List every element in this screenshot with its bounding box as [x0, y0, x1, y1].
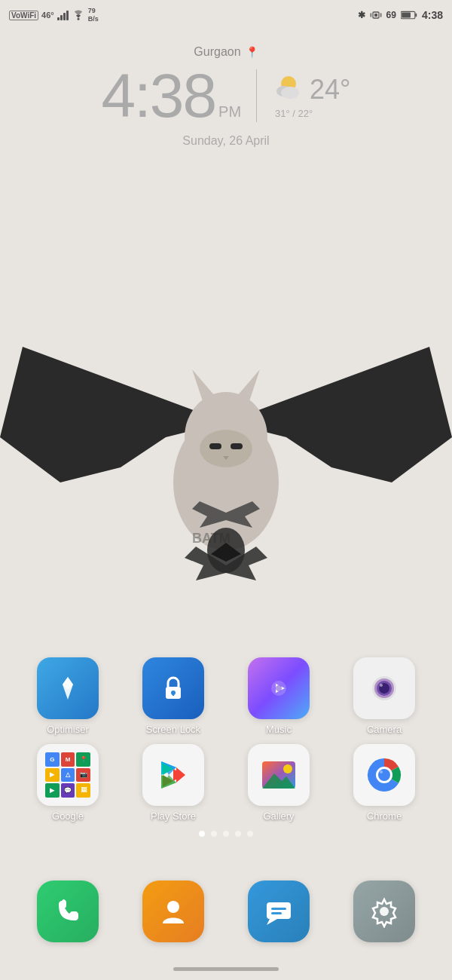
temperature: 24° — [310, 74, 350, 106]
dock-settings[interactable] — [343, 880, 426, 942]
camera-icon — [353, 657, 415, 719]
screenlock-icon — [142, 657, 204, 719]
app-screenlock[interactable]: Screen Lock — [132, 657, 215, 735]
gallery-label: Gallery — [263, 810, 294, 822]
svg-rect-42 — [271, 912, 282, 914]
messages-icon — [248, 880, 310, 942]
page-dot-5 — [247, 831, 253, 837]
app-row-2: G M 📍 ▶ △ 📷 ▶ 💬 🖼 Google — [0, 744, 452, 822]
volte-indicator: VoWiFi — [9, 11, 38, 20]
svg-rect-39 — [267, 902, 291, 919]
signal-bars — [57, 10, 69, 20]
time-block: 4:38 PM — [101, 65, 241, 127]
music-label: Music — [266, 724, 292, 735]
app-playstore[interactable]: Play Store — [132, 744, 215, 822]
dock-phone[interactable] — [26, 880, 109, 942]
music-icon — [248, 657, 310, 719]
svg-point-38 — [167, 901, 179, 913]
playstore-icon — [142, 744, 204, 806]
phone-icon — [37, 880, 99, 942]
optimiser-label: Optimiser — [47, 724, 89, 735]
clock-time: 4:38 — [101, 65, 215, 127]
camera-label: Camera — [367, 724, 402, 735]
playstore-label: Play Store — [151, 810, 196, 822]
chrome-icon — [353, 744, 415, 806]
svg-point-37 — [380, 770, 383, 773]
svg-point-36 — [378, 769, 390, 781]
svg-point-43 — [380, 907, 389, 916]
bluetooth-icon: ✱ — [358, 10, 365, 20]
page-dot-1 — [199, 831, 205, 837]
app-music[interactable]: Music — [237, 657, 320, 735]
network-speed: 79B/s — [88, 7, 99, 23]
svg-point-33 — [283, 764, 292, 773]
page-indicators — [0, 831, 452, 837]
svg-rect-3 — [370, 13, 371, 17]
vibrate-icon — [370, 10, 382, 20]
weather-section: 24° 31° / 22° — [272, 73, 350, 119]
svg-point-15 — [200, 430, 252, 467]
batman-svg: BATM — [0, 286, 452, 603]
status-right: ✱ 69 4:38 — [358, 9, 443, 21]
location-pin-icon: 📍 — [246, 46, 258, 58]
app-row-1: Optimiser Screen Lock — [0, 657, 452, 735]
app-grid: Optimiser Screen Lock — [0, 657, 452, 852]
svg-rect-2 — [374, 14, 377, 17]
location: Gurgaon 📍 — [0, 45, 452, 59]
home-bar[interactable] — [173, 967, 279, 971]
weather-icon — [272, 73, 304, 106]
svg-rect-17 — [231, 443, 243, 449]
clock-section: Gurgaon 📍 4:38 PM 24° 31° / 22° Sunday, — [0, 30, 452, 148]
svg-point-0 — [77, 18, 79, 20]
app-chrome[interactable]: Chrome — [343, 744, 426, 822]
contacts-icon — [142, 880, 204, 942]
temp-range: 31° / 22° — [275, 108, 313, 119]
svg-rect-4 — [380, 13, 381, 17]
svg-rect-16 — [209, 443, 221, 449]
gallery-icon — [248, 744, 310, 806]
app-gallery[interactable]: Gallery — [237, 744, 320, 822]
weather-top: 24° — [272, 73, 350, 106]
batman-wallpaper: BATM — [0, 286, 452, 603]
screenlock-label: Screen Lock — [146, 724, 200, 735]
time-weather-row: 4:38 PM 24° 31° / 22° — [0, 65, 452, 127]
svg-point-30 — [380, 684, 383, 687]
battery-icon — [401, 11, 417, 20]
svg-point-25 — [276, 685, 282, 691]
google-icon: G M 📍 ▶ △ 📷 ▶ 💬 🖼 — [37, 744, 99, 806]
svg-rect-41 — [271, 908, 286, 910]
time-weather-divider — [256, 69, 257, 122]
chrome-label: Chrome — [367, 810, 402, 822]
app-optimiser[interactable]: Optimiser — [26, 657, 109, 735]
battery-level: 69 — [386, 10, 396, 20]
dock — [0, 880, 452, 942]
status-bar: VoWiFi 46° 79B/s ✱ 69 4:38 — [0, 0, 452, 30]
optimiser-icon — [37, 657, 99, 719]
wifi-icon — [72, 10, 85, 20]
page-dot-2 — [211, 831, 217, 837]
time-period: PM — [218, 103, 241, 121]
google-label: Google — [52, 810, 84, 822]
svg-rect-6 — [415, 14, 417, 17]
svg-rect-7 — [402, 12, 411, 17]
google-apps-grid: G M 📍 ▶ △ 📷 ▶ 💬 🖼 — [45, 752, 90, 798]
status-left: VoWiFi 46° 79B/s — [9, 7, 99, 23]
svg-point-10 — [281, 87, 299, 99]
app-camera[interactable]: Camera — [343, 657, 426, 735]
app-google[interactable]: G M 📍 ▶ △ 📷 ▶ 💬 🖼 Google — [26, 744, 109, 822]
status-time: 4:38 — [422, 9, 443, 21]
dock-messages[interactable] — [237, 880, 320, 942]
settings-icon — [353, 880, 415, 942]
svg-marker-40 — [267, 919, 277, 925]
svg-rect-23 — [173, 693, 174, 696]
date-display: Sunday, 26 April — [0, 134, 452, 148]
dock-contacts[interactable] — [132, 880, 215, 942]
page-dot-3 — [223, 831, 229, 837]
location-text: Gurgaon — [194, 45, 240, 59]
signal-strength: 46° — [41, 11, 54, 20]
page-dot-4 — [235, 831, 241, 837]
